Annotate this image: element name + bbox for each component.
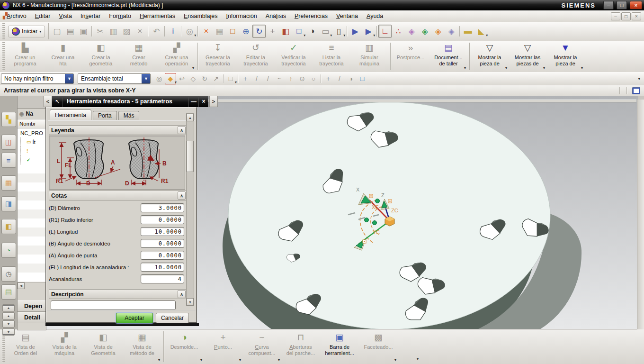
shaded-cube-icon[interactable]: ◧▾ xyxy=(279,25,292,38)
show-only-icon[interactable]: ◇▾ xyxy=(188,73,199,84)
dropdown-caret[interactable]: ▾ xyxy=(194,33,196,37)
cam-toolbar-button[interactable]: ▮ Crear unahta ▾ xyxy=(44,41,82,72)
menu-item[interactable]: Herramientas xyxy=(136,11,179,21)
half-sphere-icon[interactable]: ◑▾ xyxy=(345,73,357,84)
undo-selection-icon[interactable]: ↩▾ xyxy=(176,73,188,84)
zoom-in-out-icon[interactable]: ⊕▾ xyxy=(239,25,252,38)
fit-view-icon[interactable]: ▦▾ xyxy=(213,25,226,38)
find-component-icon[interactable]: ◎▾ xyxy=(153,73,165,84)
line-icon[interactable]: /▾ xyxy=(251,73,262,84)
dropdown-caret[interactable]: ▾ xyxy=(394,358,396,362)
dialog-minimize-button[interactable]: — xyxy=(188,96,198,107)
menu-item[interactable]: Vista xyxy=(55,11,76,21)
dialog-tab[interactable]: Herramienta xyxy=(50,109,91,120)
menu-item[interactable]: Insertar xyxy=(77,11,104,21)
dropdown-caret[interactable]: ▾ xyxy=(373,33,375,37)
collapse-icon[interactable]: ∧ xyxy=(178,290,186,298)
dropdown-caret[interactable]: ▾ xyxy=(543,66,545,70)
cut-icon[interactable]: ✂▾ xyxy=(93,25,107,38)
measure-distance-icon[interactable]: ▬▾ xyxy=(461,25,474,38)
cam-toolbar-button[interactable]: ▽ Mostrar lapieza de ▾ xyxy=(471,41,509,72)
cam-toolbar-button[interactable]: ▦ Crearmétodo ▾ xyxy=(120,41,158,72)
selection-filter-combo[interactable]: No hay ningún filtro ▼ xyxy=(1,73,74,84)
cancel-button[interactable]: Cancelar xyxy=(156,313,189,323)
reuse-library-tab[interactable]: ▦ xyxy=(1,175,16,191)
toolbar-grip[interactable] xyxy=(2,331,5,363)
point-up-icon[interactable]: ↑▾ xyxy=(285,73,296,84)
copy-icon[interactable]: ▥▾ xyxy=(107,25,120,38)
dialog-tab[interactable]: Más xyxy=(118,111,140,120)
undo-icon[interactable]: ↶▾ xyxy=(150,25,163,38)
tree-row[interactable]: ✓ xyxy=(20,155,46,164)
start-menu-button[interactable]: Iniciar ▾ xyxy=(8,26,45,37)
cam-toolbar-button[interactable]: ▤ Document...de taller ▾ xyxy=(429,41,467,72)
polyline-icon[interactable]: /▾ xyxy=(262,73,274,84)
legend-section-header[interactable]: Leyenda ∧ xyxy=(49,125,188,135)
dropdown-caret[interactable]: ▾ xyxy=(464,66,466,70)
zoom-box-icon[interactable]: □▾ xyxy=(226,25,239,38)
menu-item[interactable]: Formato xyxy=(105,11,135,21)
csys-orient-icon[interactable]: ∟▾ xyxy=(378,25,392,38)
scroll-down-button[interactable]: ▼ xyxy=(2,320,15,328)
select-diamond-icon[interactable]: ◈▾ xyxy=(445,25,458,38)
pan-view-icon[interactable]: +▾ xyxy=(266,25,279,38)
dialog-previous-button[interactable]: < xyxy=(44,96,52,107)
menu-item[interactable]: Ensamblajes xyxy=(180,11,222,21)
cam-toolbar-button[interactable]: ▥ Simularmáquina ▾ xyxy=(350,41,388,72)
dialog-title-bar[interactable]: ↖ Herramienta fresadora - 5 parámetros —… xyxy=(52,96,208,107)
cam-toolbar-button[interactable]: » Postproce... ▾ xyxy=(392,41,429,72)
viewport-right-border[interactable] xyxy=(637,100,644,329)
assembly-navigator-tab[interactable]: ▚ xyxy=(1,112,16,127)
scroll-up-button[interactable]: ▲ xyxy=(2,312,15,319)
bottom-toolbar-button[interactable]: ▣ Barra deherramient... ▾ xyxy=(320,329,359,364)
scroll-left-button[interactable]: ◀ xyxy=(18,282,25,289)
chevron-down-icon[interactable]: ▼ xyxy=(65,74,73,83)
bottom-toolbar-button[interactable]: ◧ Vista deGeometria ▾ xyxy=(84,329,123,364)
selection-priority-icon[interactable]: ◆▾ xyxy=(165,73,176,84)
palette-icon[interactable]: ◈▾ xyxy=(405,25,418,38)
dropdown-caret[interactable]: ▾ xyxy=(239,358,241,362)
find-icon[interactable]: ◎▾ xyxy=(183,25,196,38)
dropdown-caret[interactable]: ▾ xyxy=(235,80,237,84)
dropdown-caret[interactable]: ▾ xyxy=(200,358,202,362)
cam-toolbar-button[interactable]: ≡ Listar latrayectoria ▾ xyxy=(313,41,350,72)
field-input[interactable]: 0.0000 xyxy=(141,239,184,248)
display-mode-icon[interactable]: ▯▾ xyxy=(332,25,345,38)
cam-toolbar-button[interactable]: ▞ Crear unaoperación ▾ xyxy=(158,41,196,72)
assembly-scope-combo[interactable]: Ensamblaje total ▼ xyxy=(78,73,151,84)
save-icon[interactable]: ▣▾ xyxy=(77,25,90,38)
menu-item[interactable]: Ayuda xyxy=(363,11,387,21)
swap-diamond-icon[interactable]: ◈▾ xyxy=(431,25,445,38)
dropdown-caret[interactable]: ▾ xyxy=(505,66,507,70)
slash-icon[interactable]: /▾ xyxy=(334,73,345,84)
pin-icon[interactable]: ◉ xyxy=(19,111,24,117)
minimize-button[interactable]: – xyxy=(603,1,614,9)
wireframe-cube-icon[interactable]: □▾ xyxy=(292,25,305,38)
plus-icon[interactable]: +▾ xyxy=(322,73,334,84)
point-constructor-icon[interactable]: ∴▾ xyxy=(392,25,405,38)
menu-item[interactable]: Ventana xyxy=(332,11,362,21)
move-handle-icon[interactable]: +▾ xyxy=(240,73,251,84)
scroll-up-button[interactable]: ▲ xyxy=(187,114,194,121)
toolbar-overflow-caret[interactable]: ▾ xyxy=(638,76,643,81)
field-input[interactable]: 0.0000 xyxy=(141,251,184,260)
toolbar-grip[interactable] xyxy=(2,23,5,39)
scrollbar-thumb[interactable] xyxy=(187,141,194,172)
delete-icon[interactable]: ×▾ xyxy=(133,25,146,38)
restore-view-icon[interactable] xyxy=(632,87,640,94)
part-tools-tab[interactable]: ◧ xyxy=(1,219,16,234)
rotate-orient-icon[interactable]: ↻▾ xyxy=(199,73,210,84)
chevron-down-icon[interactable]: ▼ xyxy=(142,74,150,83)
scroll-top-button[interactable]: ▲ xyxy=(2,304,15,311)
start-diamond-icon[interactable]: ◈▾ xyxy=(418,25,431,38)
constraint-navigator-tab[interactable]: ◫ xyxy=(1,135,16,150)
shaded-sphere-icon[interactable]: ◑▾ xyxy=(305,25,319,38)
dialog-tab[interactable]: Porta xyxy=(93,111,117,120)
close-button[interactable]: × xyxy=(630,1,642,9)
dropdown-caret[interactable]: ▾ xyxy=(158,358,160,362)
cube-icon[interactable]: □▾ xyxy=(357,73,368,84)
bottom-toolbar-button[interactable]: ▩ Faceteado... ▾ xyxy=(359,329,398,364)
paste-icon[interactable]: ▨▾ xyxy=(120,25,133,38)
menu-item[interactable]: Preferencias xyxy=(291,11,331,21)
bottom-toolbar-button[interactable]: ▦ Vista demétodo de ▾ xyxy=(123,329,161,364)
